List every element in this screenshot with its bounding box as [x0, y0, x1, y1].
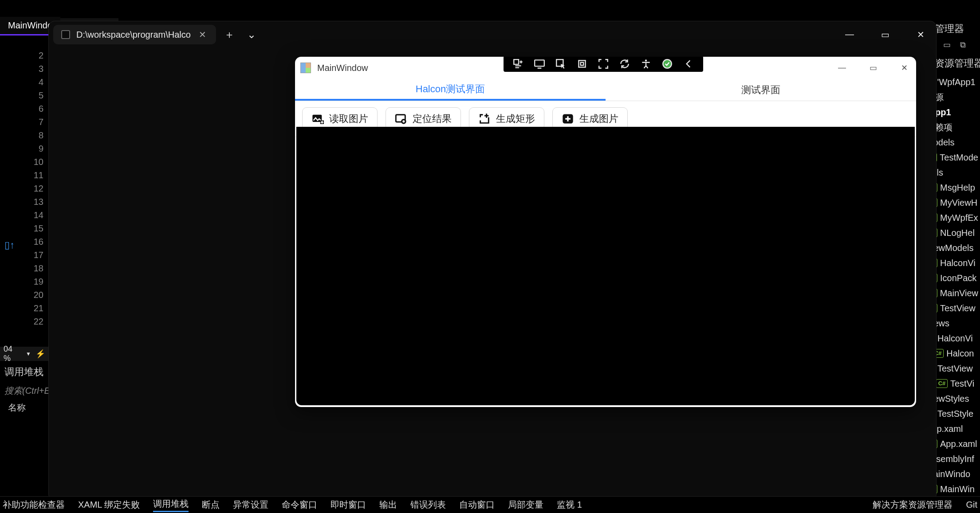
bolt-icon: ⚡ — [35, 349, 45, 359]
status-tab[interactable]: 即时窗口 — [331, 499, 366, 511]
line-number: 14 — [0, 208, 43, 222]
tree-item-label: MsgHelp — [940, 180, 975, 195]
terminal-tab-title: D:\workspace\program\Halco — [76, 30, 191, 40]
app-title: MainWindow — [317, 63, 368, 73]
svg-rect-3 — [579, 60, 585, 67]
close-button[interactable]: ✕ — [897, 63, 911, 73]
copy-icon[interactable]: ▭ — [941, 39, 952, 51]
button-label: 生成图片 — [579, 112, 618, 125]
xaml-diagnostic-toolbar — [504, 57, 703, 72]
tab-halcon[interactable]: Halcon测试界面 — [295, 79, 606, 101]
line-number: 18 — [0, 262, 43, 275]
line-number: 12 — [0, 182, 43, 195]
editor-line-gutter: ▯↑ 2345678910111213141516171819202122 — [0, 49, 49, 513]
status-tab[interactable]: 命令窗口 — [282, 499, 317, 511]
terminal-titlebar: D:\workspace\program\Halco ✕ ＋ ⌄ — ▭ ✕ — [49, 21, 936, 48]
status-ok-icon[interactable] — [660, 57, 675, 71]
button-label: 定位结果 — [413, 112, 452, 125]
terminal-tab[interactable]: D:\workspace\program\Halco ✕ — [53, 25, 216, 44]
console-icon — [61, 30, 70, 39]
track-focus-icon[interactable] — [596, 57, 611, 71]
hot-reload-icon[interactable] — [617, 57, 632, 71]
line-number: 21 — [0, 302, 43, 315]
tree-item-label: HalconVi — [940, 255, 976, 270]
new-tab-button[interactable]: ＋ — [220, 26, 238, 43]
layout-adorner-icon[interactable] — [575, 57, 590, 71]
status-tab[interactable]: 监视 1 — [557, 499, 582, 511]
vs-doc-tab-label: MainWindo — [8, 20, 52, 31]
line-number: 8 — [0, 129, 43, 142]
app-main-window: MainWindow — ▭ ✕ Halcon测试界面 测试界面 读取图片 — [295, 57, 916, 407]
status-tab[interactable]: 补助功能检查器 — [3, 499, 65, 511]
line-number: 5 — [0, 89, 43, 102]
live-visual-tree-icon[interactable] — [511, 57, 526, 71]
status-tab[interactable]: 调用堆栈 — [153, 498, 189, 512]
vs-output-tab-bar: 补助功能检查器XAML 绑定失败调用堆栈断点异常设置命令窗口即时窗口输出错误列表… — [0, 496, 980, 513]
tab-label: 测试界面 — [741, 83, 780, 97]
maximize-button[interactable]: ▭ — [866, 63, 880, 73]
svg-point-11 — [402, 120, 405, 122]
svg-point-5 — [645, 59, 647, 61]
svg-point-6 — [663, 59, 672, 68]
image-display-canvas[interactable] — [296, 127, 915, 405]
line-number: 20 — [0, 288, 43, 302]
status-tab[interactable]: 局部变量 — [508, 499, 543, 511]
status-tab[interactable]: 自动窗口 — [459, 499, 495, 511]
tree-item-label: TestVi — [950, 376, 974, 391]
status-tab[interactable]: 异常设置 — [233, 499, 268, 511]
line-number: 4 — [0, 75, 43, 89]
svg-rect-0 — [514, 59, 519, 64]
tab-test[interactable]: 测试界面 — [606, 79, 916, 101]
tree-item-label: TestMode — [940, 150, 978, 165]
line-number: 11 — [0, 168, 43, 182]
tree-item-label: TestView — [937, 361, 973, 376]
svg-rect-4 — [581, 63, 584, 66]
status-tab[interactable]: XAML 绑定失败 — [78, 499, 140, 511]
maximize-button[interactable]: ▭ — [874, 29, 896, 40]
csharp-file-icon: C# — [936, 379, 948, 388]
tree-item-label: Halcon — [946, 346, 974, 361]
status-tab[interactable]: 断点 — [202, 499, 220, 511]
app-tab-bar: Halcon测试界面 测试界面 — [295, 79, 916, 101]
collapse-chevron-left-icon[interactable] — [681, 57, 696, 71]
line-number: 13 — [0, 195, 43, 208]
rect-add-icon — [478, 113, 491, 125]
status-tab[interactable]: 输出 — [379, 499, 397, 511]
app-icon — [300, 63, 311, 73]
terminal-window-controls: — ▭ ✕ — [838, 29, 932, 40]
svg-rect-1 — [535, 60, 544, 66]
image-add-icon — [311, 113, 324, 125]
accessibility-icon[interactable] — [638, 57, 653, 71]
tree-item-label: TestView — [940, 301, 976, 316]
tab-menu-button[interactable]: ⌄ — [243, 26, 260, 43]
tab-label: Halcon测试界面 — [416, 82, 485, 96]
close-tab-icon[interactable]: ✕ — [197, 29, 208, 40]
tree-item-label: NLogHel — [940, 225, 975, 240]
tree-item-label: TestStyle — [937, 406, 973, 421]
line-number: 22 — [0, 315, 43, 328]
line-number: 7 — [0, 115, 43, 129]
status-tab-right[interactable]: 解决方案资源管理器 — [873, 499, 952, 511]
button-label: 读取图片 — [329, 112, 368, 125]
status-tab[interactable]: 错误列表 — [410, 499, 446, 511]
select-element-icon[interactable] — [553, 57, 568, 71]
tree-item-label: MyWpfEx — [940, 210, 978, 225]
screen-icon[interactable] — [532, 57, 547, 71]
tree-item-label: MainView — [940, 286, 978, 301]
line-number: 3 — [0, 62, 43, 75]
line-number: 10 — [0, 155, 43, 168]
line-number: 6 — [0, 102, 43, 115]
status-tab-right[interactable]: Git — [966, 500, 977, 510]
chevron-down-icon: ▼ — [26, 351, 31, 357]
button-label: 生成矩形 — [496, 112, 535, 125]
image-gen-icon — [562, 113, 574, 125]
line-number: 19 — [0, 275, 43, 288]
zoom-level-picker[interactable]: 04 % ▼ ⚡ — [0, 347, 49, 361]
copies-icon[interactable]: ⧉ — [957, 39, 968, 51]
minimize-button[interactable]: — — [835, 63, 849, 73]
tree-item-label: App.xaml — [940, 436, 977, 451]
minimize-button[interactable]: — — [838, 29, 861, 40]
close-button[interactable]: ✕ — [909, 29, 932, 40]
tree-item-label: IconPack — [940, 270, 976, 286]
line-number: 9 — [0, 142, 43, 155]
